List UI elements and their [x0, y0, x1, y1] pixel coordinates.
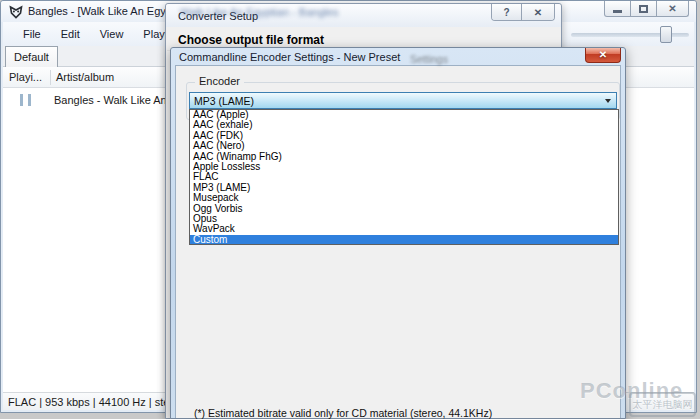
dropdown-option[interactable]: Opus: [190, 214, 618, 224]
column-artist-album[interactable]: Artist/album: [56, 71, 114, 83]
dropdown-option[interactable]: AAC (FDK): [190, 131, 618, 141]
combobox-dropdown-zone[interactable]: [600, 93, 616, 108]
converter-close-button[interactable]: ✕: [521, 4, 554, 20]
dropdown-option[interactable]: AAC (Apple): [190, 110, 618, 120]
chevron-down-icon: [605, 99, 611, 103]
close-button[interactable]: ✕: [656, 1, 689, 17]
pause-icon: [20, 94, 31, 106]
encoder-dialog-body: Encoder MP3 (LAME) AAC (Apple)AAC (exhal…: [175, 65, 621, 418]
encoder-dropdown-list: AAC (Apple)AAC (exhale)AAC (FDK)AAC (Ner…: [189, 109, 619, 245]
blurred-settings-ghost: Settings: [410, 53, 448, 65]
menu-item-view[interactable]: View: [90, 25, 134, 43]
help-button[interactable]: ?: [492, 4, 521, 20]
tab-default[interactable]: Default: [5, 46, 58, 67]
dropdown-option[interactable]: WavPack: [190, 224, 618, 234]
track-title: Bangles - Walk Like An E: [54, 94, 177, 106]
window-title: Bangles - [Walk Like An Egyptia: [28, 5, 184, 17]
dropdown-option[interactable]: AAC (Nero): [190, 141, 618, 151]
encoder-combobox[interactable]: MP3 (LAME): [189, 92, 617, 109]
dropdown-option[interactable]: Ogg Vorbis: [190, 204, 618, 214]
blurred-title-ghost: Walk Like An Egyptian - Bangles: [180, 6, 365, 18]
menu-item-file[interactable]: File: [13, 25, 51, 43]
dropdown-option[interactable]: Custom: [190, 235, 618, 245]
maximize-icon: [639, 5, 648, 13]
app-icon: [9, 5, 23, 19]
dropdown-option[interactable]: Apple Lossless: [190, 162, 618, 172]
window-controls: ✕: [605, 1, 689, 17]
bitrate-note: (*) Estimated bitrate valid only for CD …: [194, 407, 492, 419]
volume-slider-thumb[interactable]: [660, 26, 672, 43]
encoder-combobox-value: MP3 (LAME): [194, 95, 254, 107]
dropdown-option[interactable]: FLAC: [190, 172, 618, 182]
minimize-button[interactable]: [604, 1, 631, 17]
column-playing[interactable]: Playi...: [9, 71, 42, 83]
column-separator[interactable]: [50, 70, 51, 85]
menu-item-edit[interactable]: Edit: [51, 25, 90, 43]
tab-default-label: Default: [14, 51, 49, 63]
encoder-group-label: Encoder: [195, 75, 244, 87]
encoder-dialog-title: Commandline Encoder Settings - New Prese…: [179, 51, 400, 63]
encoder-close-button[interactable]: ✕: [585, 48, 621, 63]
dropdown-option[interactable]: AAC (exhale): [190, 120, 618, 130]
dropdown-option[interactable]: Musepack: [190, 193, 618, 203]
minimize-icon: [613, 10, 622, 13]
dropdown-option[interactable]: MP3 (LAME): [190, 183, 618, 193]
status-text: FLAC | 953 kbps | 44100 Hz | stere: [8, 396, 179, 408]
close-icon: ✕: [668, 4, 676, 14]
maximize-button[interactable]: [630, 1, 657, 17]
encoder-settings-dialog: Commandline Encoder Settings - New Prese…: [170, 47, 626, 419]
volume-slider[interactable]: [571, 33, 689, 37]
converter-caption-buttons: ? ✕: [491, 4, 555, 21]
